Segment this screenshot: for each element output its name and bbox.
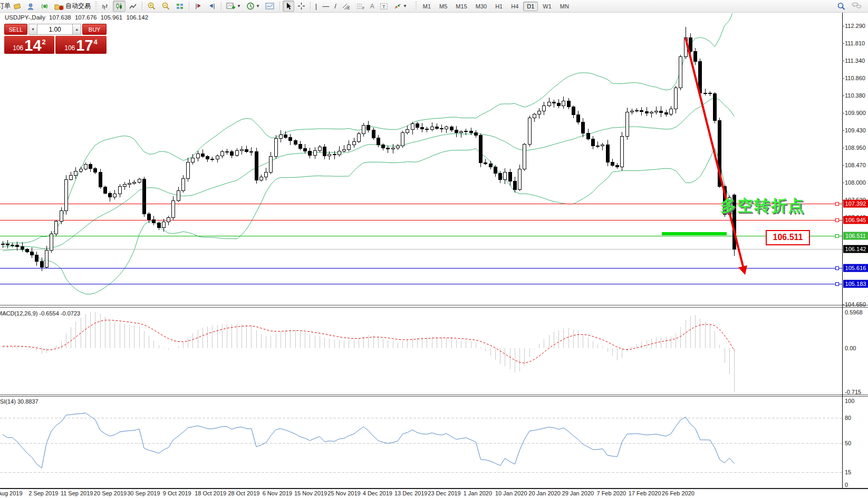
axis-tickmark [842, 61, 844, 61]
date-axis-label: 6 Nov 2019 [263, 490, 292, 496]
indicator-axis-tick: 15 [845, 469, 868, 475]
axis-tickmark [842, 26, 844, 26]
date-axis-label: 26 Feb 2020 [662, 490, 695, 496]
date-axis-label: 25 Nov 2019 [327, 490, 360, 496]
indicator-axis-tick: 0 [845, 482, 868, 488]
mt4-window: 订单 自动交易 ▼ [0, 0, 868, 498]
price-axis-tick: 104.650 [845, 301, 868, 308]
price-axis-tick: 109.900 [845, 110, 868, 116]
indicator-axis-tick: -0.715 [845, 389, 868, 395]
price-level-label: 106.142 [843, 245, 868, 253]
panel-separator [0, 396, 868, 397]
date-axis-label: 9 Oct 2019 [163, 490, 191, 496]
date-axis-label: 23 Dec 2019 [428, 490, 460, 496]
date-axis-label: 11 Sep 2019 [61, 490, 93, 496]
price-axis-tick: 108.000 [845, 179, 868, 186]
price-axis-tick: 108.950 [845, 145, 868, 151]
panel-separator[interactable] [0, 395, 868, 395]
date-axis-label: 29 Jan 2020 [562, 490, 594, 496]
axis-tickmark [842, 148, 844, 148]
date-axis-label: 17 Feb 2020 [629, 490, 661, 496]
date-axis-label: Aug 2019 [0, 490, 23, 496]
rsi-label: RSI(14) 30.8837 [0, 398, 38, 405]
date-axis-label: 2 Sep 2019 [28, 490, 58, 496]
date-axis-label: 20 Jan 2020 [528, 490, 561, 496]
date-axis-label: 15 Nov 2019 [294, 490, 327, 496]
price-level-label: 105.616 [843, 264, 868, 272]
price-axis-tick: 109.430 [845, 127, 868, 133]
indicator-axis-tick: 80 [845, 415, 868, 421]
date-axis-label: 10 Jan 2020 [495, 490, 527, 496]
indicator-axis-tick: 0.00 [845, 345, 868, 351]
price-axis-tick: 111.810 [845, 40, 868, 46]
price-axis-tick: 110.380 [845, 92, 868, 99]
axis-tickmark [842, 43, 844, 44]
price-axis-tick: 108.470 [845, 162, 868, 168]
indicator-axis-tick: 50 [845, 440, 868, 446]
indicator-axis-tick: 0.5968 [845, 309, 868, 315]
chart-annotation-text[interactable]: 多空转折点 [720, 195, 805, 217]
price-level-label: 106.945 [843, 216, 868, 224]
price-axis-line [842, 13, 843, 489]
date-axis-label: 30 Sep 2019 [127, 490, 160, 496]
date-axis-label: 18 Oct 2019 [195, 490, 226, 496]
price-level-label: 106.511 [843, 232, 868, 240]
date-axis-label: 7 Feb 2020 [596, 490, 626, 496]
macd-label: MACD(12,26,9) -0.6554 -0.0723 [0, 310, 80, 317]
highlight-bar[interactable] [662, 232, 727, 235]
axis-tickmark [842, 113, 844, 113]
trend-arrow-head [738, 265, 747, 275]
date-axis-label: 13 Dec 2019 [394, 490, 427, 496]
date-axis-label: 28 Oct 2019 [228, 490, 259, 496]
price-axis-tick: 111.340 [845, 58, 868, 64]
chart-svg [0, 0, 868, 498]
axis-tickmark [842, 130, 844, 131]
price-level-label: 107.392 [843, 200, 868, 208]
price-axis-tick: 112.290 [845, 23, 868, 29]
date-axis-label: 4 Dec 2019 [363, 490, 392, 496]
date-axis-label: 1 Jan 2020 [464, 490, 492, 496]
indicator-axis-tick: 100 [845, 398, 868, 404]
price-callout-box[interactable]: 106.511 [766, 230, 810, 245]
date-axis-label: 20 Sep 2019 [94, 490, 127, 496]
panel-separator[interactable] [0, 305, 868, 305]
axis-tickmark [842, 304, 844, 305]
price-level-label: 105.183 [843, 280, 868, 288]
axis-tickmark [842, 183, 844, 183]
date-axis-border [0, 488, 868, 489]
axis-tickmark [842, 95, 844, 96]
axis-tickmark [842, 78, 844, 79]
panel-separator [0, 307, 868, 308]
price-axis-tick: 110.860 [845, 75, 868, 81]
axis-tickmark [842, 165, 844, 166]
